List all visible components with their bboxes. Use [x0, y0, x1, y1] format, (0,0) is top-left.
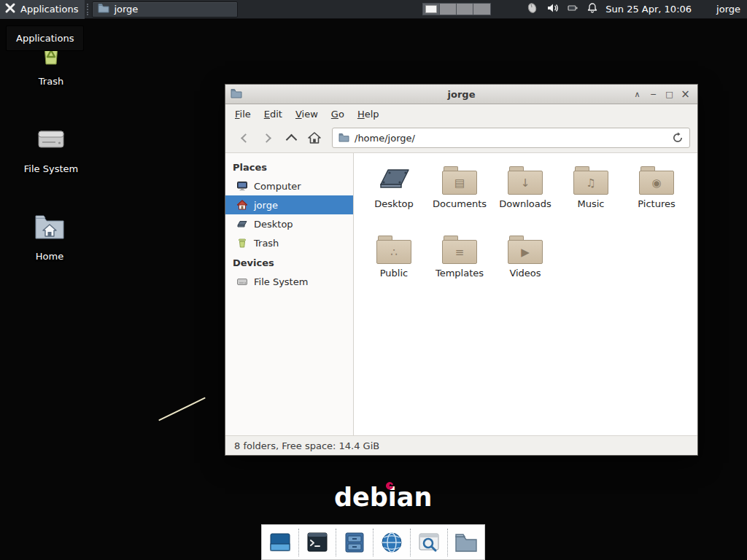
sidebar-item-label: Computer	[254, 181, 301, 192]
file-item-public[interactable]: ∴ Public	[361, 232, 427, 301]
top-panel: Applications jorge	[0, 0, 747, 19]
desktop-icon-label: Home	[36, 251, 63, 262]
taskbar-window-label: jorge	[114, 4, 138, 15]
file-item-downloads[interactable]: ↓ Downloads	[492, 163, 558, 232]
maximize-button[interactable]: □	[662, 88, 676, 101]
sidebar-item-computer[interactable]: Computer	[225, 176, 353, 195]
launcher-file-manager[interactable]	[339, 527, 370, 558]
sidebar-item-jorge[interactable]: jorge	[225, 195, 353, 214]
folder-icon: ↓	[508, 166, 543, 195]
desktop-artifact-line	[158, 397, 206, 421]
desktop-icon-home[interactable]: Home	[15, 211, 85, 262]
file-item-documents[interactable]: ▤ Documents	[427, 163, 492, 232]
folder-icon: ≡	[442, 236, 477, 264]
file-item-music[interactable]: ♫ Music	[558, 163, 624, 232]
menu-view[interactable]: View	[289, 106, 325, 122]
launcher-web-browser[interactable]	[376, 527, 407, 558]
hard-drive-icon	[236, 276, 248, 287]
window-titlebar[interactable]: jorge ∧ − □ ×	[225, 85, 697, 104]
sidebar: Places Computer	[225, 153, 354, 435]
trash-icon	[236, 238, 248, 248]
desktop-icon-label: File System	[24, 163, 78, 174]
share-emblem-icon: ∴	[376, 240, 411, 264]
sidebar-item-label: File System	[254, 276, 308, 287]
desktop-icon-file-system[interactable]: File System	[16, 123, 86, 174]
location-path[interactable]: /home/jorge/	[355, 133, 415, 144]
panel-user-menu[interactable]: jorge	[716, 4, 740, 15]
xfce-applications-icon	[4, 2, 16, 16]
file-label: Videos	[509, 268, 541, 279]
dock-separator	[373, 529, 374, 556]
applications-menu-button[interactable]: Applications	[0, 0, 85, 19]
menu-go[interactable]: Go	[325, 106, 351, 122]
dock-separator	[298, 529, 299, 556]
mouse-settings-icon[interactable]	[526, 2, 538, 16]
home-folder-icon	[33, 211, 66, 246]
globe-icon	[379, 530, 404, 555]
forward-button[interactable]	[256, 127, 279, 149]
sidebar-item-label: jorge	[254, 200, 278, 211]
launcher-folder-menu[interactable]	[451, 527, 481, 558]
workspace-1[interactable]	[423, 4, 440, 15]
launcher-app-finder[interactable]	[414, 527, 444, 558]
panel-handle[interactable]	[87, 4, 88, 15]
bottom-dock	[261, 524, 485, 560]
sidebar-item-file-system[interactable]: File System	[225, 272, 353, 291]
location-bar[interactable]: /home/jorge/	[332, 128, 690, 148]
debian-logo: debian	[334, 483, 432, 512]
launcher-show-desktop[interactable]	[265, 527, 295, 558]
statusbar-text: 8 folders, Free space: 14.4 GiB	[234, 440, 379, 451]
dock-separator	[410, 529, 411, 556]
close-button[interactable]: ×	[678, 88, 692, 101]
launcher-terminal[interactable]	[302, 527, 333, 558]
file-label: Desktop	[374, 198, 414, 209]
folder-icon: ▤	[442, 166, 477, 195]
window-folder-icon	[231, 88, 242, 101]
sidebar-item-label: Desktop	[254, 219, 293, 230]
sidebar-places-header: Places	[225, 157, 353, 176]
notifications-bell-icon[interactable]	[587, 2, 598, 16]
sidebar-item-label: Trash	[254, 238, 279, 249]
dock-separator	[336, 529, 336, 556]
sidebar-item-desktop[interactable]: Desktop	[225, 214, 353, 233]
shade-button[interactable]: ∧	[630, 88, 644, 101]
hard-drive-icon	[35, 123, 67, 158]
terminal-icon	[305, 530, 330, 555]
back-button[interactable]	[233, 127, 256, 149]
file-item-pictures[interactable]: ◉ Pictures	[624, 163, 689, 232]
chevron-left-icon	[241, 133, 250, 143]
template-emblem-icon: ≡	[442, 240, 477, 264]
reload-icon	[672, 132, 684, 144]
desktop-icon	[236, 219, 248, 229]
reload-button[interactable]	[672, 132, 684, 144]
documents-emblem-icon: ▤	[442, 171, 477, 195]
up-button[interactable]	[279, 127, 303, 149]
menu-edit[interactable]: Edit	[258, 106, 289, 122]
sidebar-item-trash[interactable]: Trash	[225, 233, 353, 252]
file-item-templates[interactable]: ≡ Templates	[427, 232, 492, 301]
workspace-4[interactable]	[473, 4, 490, 15]
file-label: Pictures	[638, 198, 675, 209]
menu-file[interactable]: File	[228, 106, 258, 122]
file-cabinet-icon	[342, 530, 367, 555]
pathbar-folder-icon	[338, 131, 349, 145]
taskbar-window-button[interactable]: jorge	[92, 1, 238, 18]
panel-clock[interactable]: Sun 25 Apr, 10:06	[605, 4, 692, 15]
file-item-desktop[interactable]: Desktop	[361, 163, 427, 232]
home-button[interactable]	[303, 127, 326, 149]
video-emblem-icon: ▶	[508, 240, 543, 264]
workspace-3[interactable]	[457, 4, 473, 15]
computer-icon	[236, 181, 248, 191]
dock-separator	[447, 529, 448, 556]
file-item-videos[interactable]: ▶ Videos	[492, 232, 558, 301]
desktop-folder-icon	[375, 163, 413, 195]
workspace-2[interactable]	[440, 4, 457, 15]
workspace-window-preview	[425, 5, 437, 13]
taskbar-folder-icon	[98, 3, 109, 15]
menu-help[interactable]: Help	[351, 106, 386, 122]
download-arrow-emblem-icon: ↓	[508, 171, 543, 195]
power-manager-icon[interactable]	[567, 2, 578, 16]
volume-icon[interactable]	[546, 2, 559, 16]
minimize-button[interactable]: −	[646, 88, 660, 101]
home-icon	[236, 200, 248, 210]
